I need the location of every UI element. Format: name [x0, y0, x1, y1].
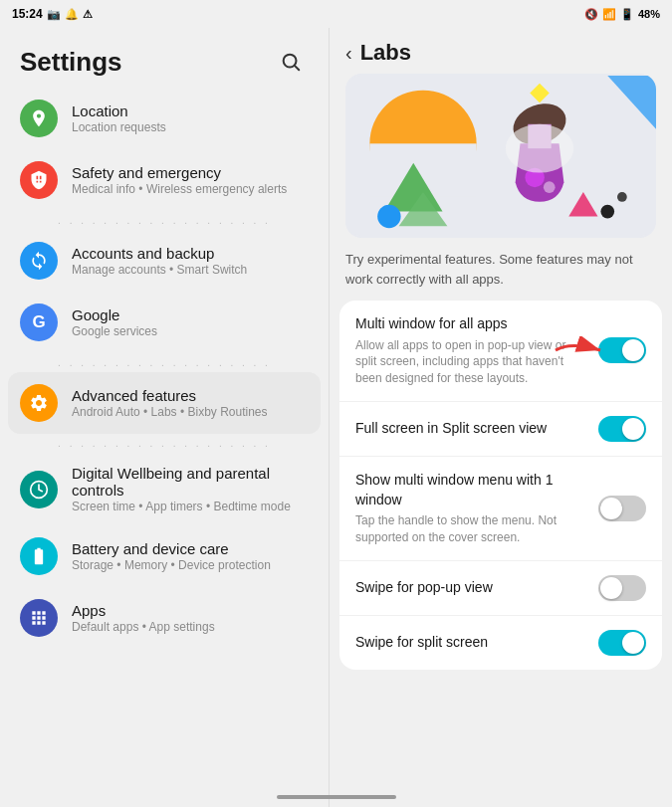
settings-panel: Settings Location Location requests [0, 28, 329, 807]
popup-view-toggle-track[interactable] [598, 575, 646, 601]
apps-subtitle: Default apps • App settings [72, 620, 309, 634]
mute-icon: 🔇 [584, 8, 598, 21]
wellbeing-text: Digital Wellbeing and parental controls … [72, 465, 309, 513]
settings-list: Location Location requests Safety and em… [0, 88, 329, 649]
labs-description: Try experimental features. Some features… [345, 250, 656, 289]
svg-point-16 [600, 205, 614, 219]
full-screen-title: Full screen in Split screen view [355, 419, 586, 439]
labs-row-menu-1window[interactable]: Show multi window menu with 1 window Tap… [339, 457, 662, 561]
multi-window-toggle-thumb [622, 339, 644, 361]
labs-row-popup-view[interactable]: Swipe for pop-up view [339, 561, 662, 616]
location-text: Location Location requests [72, 102, 309, 134]
google-text: Google Google services [72, 306, 309, 338]
accounts-text: Accounts and backup Manage accounts • Sm… [72, 245, 309, 277]
location-subtitle: Location requests [72, 120, 309, 134]
bottom-bar-indicator [277, 795, 396, 799]
full-screen-toggle[interactable] [598, 416, 646, 442]
red-arrow-indicator [551, 336, 610, 364]
menu-1window-subtitle: Tap the handle to show the menu. Not sup… [355, 512, 586, 546]
labs-title: Labs [360, 40, 411, 66]
settings-header: Settings [0, 28, 329, 88]
split-screen-toggle[interactable] [598, 630, 646, 656]
sidebar-item-google[interactable]: G Google Google services [8, 292, 321, 353]
sidebar-item-battery[interactable]: Battery and device care Storage • Memory… [8, 525, 321, 587]
popup-view-text: Swipe for pop-up view [355, 578, 586, 598]
sidebar-item-apps[interactable]: Apps Default apps • App settings [8, 587, 321, 649]
notification-icon: 🔔 [65, 8, 79, 21]
accounts-icon [20, 242, 58, 280]
google-icon: G [20, 303, 58, 341]
advanced-title: Advanced features [72, 387, 309, 404]
status-right: 🔇 📶 📱 48% [584, 8, 660, 21]
warning-icon: ⚠ [83, 8, 93, 21]
svg-line-1 [295, 66, 299, 70]
sidebar-item-advanced[interactable]: Advanced features Android Auto • Labs • … [8, 372, 321, 434]
back-button[interactable]: ‹ [345, 42, 352, 65]
menu-1window-toggle-thumb [600, 498, 622, 519]
popup-view-toggle-thumb [600, 577, 622, 599]
sidebar-item-location[interactable]: Location Location requests [8, 88, 321, 149]
menu-1window-toggle-track[interactable] [598, 496, 646, 521]
labs-header: ‹ Labs [330, 28, 672, 74]
split-screen-toggle-track[interactable] [598, 630, 646, 656]
location-title: Location [72, 102, 309, 119]
safety-icon [20, 161, 58, 199]
apps-text: Apps Default apps • App settings [72, 602, 309, 634]
popup-view-toggle[interactable] [598, 575, 646, 601]
google-subtitle: Google services [72, 324, 309, 338]
wellbeing-subtitle: Screen time • App timers • Bedtime mode [72, 500, 309, 513]
apps-icon [20, 599, 58, 637]
safety-title: Safety and emergency [72, 164, 309, 181]
wellbeing-icon [20, 471, 58, 508]
sidebar-item-wellbeing[interactable]: Digital Wellbeing and parental controls … [8, 453, 321, 525]
battery-title: Battery and device care [72, 540, 309, 557]
battery-display: 48% [638, 8, 660, 20]
split-screen-text: Swipe for split screen [355, 633, 586, 653]
menu-1window-toggle[interactable] [598, 496, 646, 521]
menu-1window-title: Show multi window menu with 1 window [355, 471, 586, 509]
sidebar-item-safety[interactable]: Safety and emergency Medical info • Wire… [8, 149, 321, 211]
advanced-icon [20, 384, 58, 422]
svg-point-14 [377, 205, 400, 228]
popup-view-title: Swipe for pop-up view [355, 578, 586, 598]
signal-icon: 📱 [620, 8, 634, 21]
apps-title: Apps [72, 602, 309, 619]
labs-row-full-screen[interactable]: Full screen in Split screen view [339, 402, 662, 457]
accounts-subtitle: Manage accounts • Smart Switch [72, 263, 309, 277]
advanced-subtitle: Android Auto • Labs • Bixby Routines [72, 405, 309, 419]
divider-3: . . . . . . . . . . . . . . . . . . . [8, 434, 321, 453]
svg-point-17 [617, 192, 627, 202]
location-icon [20, 100, 58, 137]
full-screen-toggle-track[interactable] [598, 416, 646, 442]
full-screen-text: Full screen in Split screen view [355, 419, 586, 439]
time-display: 15:24 [12, 7, 43, 21]
status-left: 15:24 📷 🔔 ⚠ [12, 7, 93, 21]
multi-window-title: Multi window for all apps [355, 314, 586, 334]
split-screen-toggle-thumb [622, 632, 644, 654]
wifi-icon: 📶 [602, 8, 616, 21]
labs-panel: ‹ Labs [329, 28, 672, 807]
safety-text: Safety and emergency Medical info • Wire… [72, 164, 309, 196]
sidebar-item-accounts[interactable]: Accounts and backup Manage accounts • Sm… [8, 230, 321, 292]
split-screen-title: Swipe for split screen [355, 633, 586, 653]
labs-illustration [345, 74, 656, 238]
labs-row-multi-window[interactable]: Multi window for all apps Allow all apps… [339, 301, 662, 402]
google-title: Google [72, 306, 309, 323]
advanced-text: Advanced features Android Auto • Labs • … [72, 387, 309, 419]
divider-1: . . . . . . . . . . . . . . . . . . . [8, 211, 321, 230]
wellbeing-title: Digital Wellbeing and parental controls [72, 465, 309, 499]
svg-point-11 [544, 181, 556, 193]
divider-2: . . . . . . . . . . . . . . . . . . . [8, 353, 321, 372]
battery-subtitle: Storage • Memory • Device protection [72, 558, 309, 572]
labs-settings-card: Multi window for all apps Allow all apps… [339, 301, 662, 670]
labs-row-split-screen[interactable]: Swipe for split screen [339, 616, 662, 670]
search-button[interactable] [273, 44, 309, 80]
battery-icon [20, 537, 58, 575]
full-screen-toggle-thumb [622, 418, 644, 440]
camera-icon: 📷 [47, 8, 61, 21]
accounts-title: Accounts and backup [72, 245, 309, 262]
main-layout: Settings Location Location requests [0, 28, 672, 807]
svg-point-18 [506, 124, 573, 173]
battery-text: Battery and device care Storage • Memory… [72, 540, 309, 572]
settings-title: Settings [20, 47, 122, 78]
